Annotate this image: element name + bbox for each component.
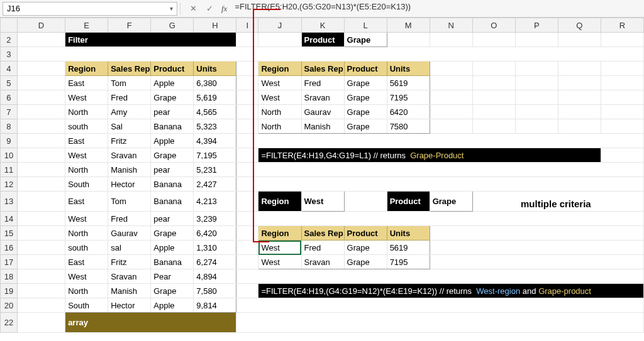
cell[interactable] (472, 119, 515, 134)
cell[interactable] (236, 255, 258, 269)
table-cell[interactable]: 6,380 (194, 76, 236, 90)
cell[interactable] (515, 105, 558, 119)
tbl-header-salesrep[interactable]: Sales Rep (108, 62, 151, 76)
cell[interactable] (236, 105, 258, 119)
cell[interactable] (601, 105, 643, 119)
cell[interactable] (515, 33, 558, 47)
cell[interactable] (17, 177, 65, 192)
table-cell[interactable]: 2,427 (194, 177, 236, 192)
col-header[interactable]: G (151, 18, 194, 33)
table-cell[interactable]: Fred (108, 212, 151, 226)
col-header[interactable]: E (65, 18, 108, 33)
cancel-formula-button[interactable]: ✕ (186, 2, 200, 16)
array-label[interactable]: array (65, 313, 236, 333)
table-cell[interactable]: Amy (108, 105, 151, 119)
cell[interactable] (17, 76, 65, 90)
cell[interactable] (236, 177, 644, 192)
cell[interactable] (601, 90, 643, 105)
cell[interactable] (17, 105, 65, 119)
cell[interactable] (558, 76, 601, 90)
table-cell[interactable]: West (258, 241, 301, 255)
cell[interactable] (430, 62, 472, 76)
row-header[interactable]: 7 (1, 105, 18, 119)
table-cell[interactable]: 7195 (387, 255, 430, 269)
filter-title[interactable]: Filter (65, 33, 236, 47)
col-header[interactable]: Q (558, 18, 601, 33)
col-header[interactable]: H (194, 18, 236, 33)
tbl-header-product[interactable]: Product (151, 62, 194, 76)
table-cell[interactable]: Fritz (108, 134, 151, 148)
cell[interactable] (430, 33, 472, 47)
table-cell[interactable]: South (65, 298, 108, 313)
row-header[interactable]: 10 (1, 148, 18, 163)
table-cell[interactable]: Apple (151, 76, 194, 90)
caption-formula-1[interactable]: =FILTER(E4:H19,G4:G19=L1) // returns Gra… (258, 148, 601, 163)
table-cell[interactable]: North (65, 284, 108, 298)
table-cell[interactable]: Grape (344, 90, 387, 105)
table-cell[interactable]: Hector (108, 298, 151, 313)
table-cell[interactable]: Banana (151, 177, 194, 192)
cell[interactable] (236, 148, 258, 163)
table-cell[interactable]: North (65, 226, 108, 241)
cell[interactable] (236, 163, 644, 177)
table-cell[interactable]: Gaurav (108, 226, 151, 241)
table-cell[interactable]: South (65, 177, 108, 192)
table-cell[interactable]: Grape (151, 148, 194, 163)
table-cell[interactable]: 5,619 (194, 90, 236, 105)
cell[interactable] (558, 62, 601, 76)
tbl2-header-salesrep[interactable]: Sales Rep (301, 62, 344, 76)
cell[interactable] (558, 119, 601, 134)
table-cell[interactable]: Tom (108, 192, 151, 212)
table-cell[interactable]: Grape (344, 241, 387, 255)
row-header[interactable]: 3 (1, 47, 18, 62)
cell[interactable] (472, 105, 515, 119)
col-header[interactable]: R (601, 18, 643, 33)
table-cell[interactable]: pear (151, 105, 194, 119)
table-cell[interactable]: 4,565 (194, 105, 236, 119)
cell[interactable] (236, 269, 644, 284)
row-header[interactable]: 8 (1, 119, 18, 134)
table-cell[interactable]: Gaurav (301, 105, 344, 119)
table-cell[interactable]: Banana (151, 192, 194, 212)
table-cell[interactable]: pear (151, 163, 194, 177)
table-cell[interactable]: Fred (301, 241, 344, 255)
cell[interactable] (236, 313, 644, 333)
table-cell[interactable]: south (65, 241, 108, 255)
caption-formula-2[interactable]: =FILTER(E4:H19,(G4:G19=N12)*(E4:E19=K12)… (258, 284, 644, 298)
cell[interactable] (17, 269, 65, 284)
cell[interactable] (17, 226, 65, 241)
table-cell[interactable]: Pear (151, 269, 194, 284)
cell[interactable] (472, 62, 515, 76)
cell[interactable] (430, 255, 643, 269)
cell[interactable] (236, 284, 258, 298)
cell[interactable] (236, 76, 258, 90)
tbl2-header-region[interactable]: Region (258, 62, 301, 76)
cell[interactable] (558, 105, 601, 119)
worksheet[interactable]: D E F G H I J K L M N O P Q R 2 Filter P… (0, 18, 644, 341)
table-cell[interactable]: 9,814 (194, 298, 236, 313)
cell[interactable] (515, 90, 558, 105)
row-header[interactable]: 12 (1, 177, 18, 192)
cell[interactable] (236, 241, 258, 255)
cell[interactable] (430, 119, 472, 134)
table-cell[interactable]: North (65, 163, 108, 177)
cell[interactable] (17, 148, 65, 163)
table-cell[interactable]: Sravan (301, 255, 344, 269)
table-cell[interactable]: Fred (108, 90, 151, 105)
tbl3-header-salesrep[interactable]: Sales Rep (301, 226, 344, 241)
table-cell[interactable]: 7580 (387, 119, 430, 134)
fx-icon[interactable]: fx (219, 4, 230, 14)
table-cell[interactable]: 4,894 (194, 269, 236, 284)
table-cell[interactable]: 6,420 (194, 226, 236, 241)
row-header[interactable]: 20 (1, 298, 18, 313)
cell[interactable] (558, 90, 601, 105)
cell[interactable] (601, 148, 643, 163)
tbl2-header-product[interactable]: Product (344, 62, 387, 76)
table-cell[interactable]: Sravan (108, 269, 151, 284)
cell[interactable] (236, 298, 644, 313)
cell[interactable] (17, 241, 65, 255)
table-cell[interactable]: Banana (151, 119, 194, 134)
cell[interactable] (236, 134, 644, 148)
row-header[interactable]: 4 (1, 62, 18, 76)
table-cell[interactable]: 4,394 (194, 134, 236, 148)
